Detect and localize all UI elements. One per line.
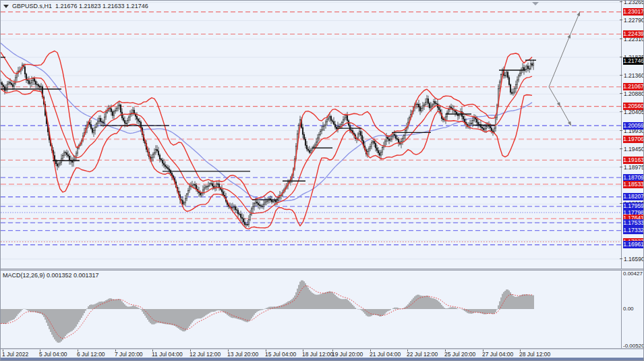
candle-body [90,125,92,129]
scroll-position-marker-icon[interactable] [532,2,539,5]
candle-body [77,148,78,153]
candle-body [495,117,496,128]
candle-body [183,203,185,204]
candle-body [232,207,233,208]
candle-body [94,127,96,130]
price-tick-mark [620,38,622,39]
candle-body [212,184,213,186]
candle-body [113,112,115,116]
main-chart-canvas[interactable] [1,1,621,269]
candle-body [105,113,107,117]
candle-body [8,82,9,84]
candle-body [66,152,67,155]
projection-arrow-line[interactable] [549,34,570,87]
candle-body [445,117,446,119]
candle-body [318,134,320,138]
candle-body [35,82,36,84]
candle-body [464,119,465,122]
candle-body [374,142,375,144]
time-tick-mark [78,350,78,352]
candle-body [421,108,422,111]
candle-body [58,164,59,166]
candle-body [260,206,262,206]
candle-body [196,186,197,190]
candle-body [472,121,473,123]
time-tick-label: 6 Jul 12:00 [77,351,105,358]
candle-body [517,80,518,84]
time-tick-mark [152,350,153,352]
price-tick-label: 1.22790 [624,17,644,24]
candle-body [100,118,101,121]
candle-body [274,200,275,201]
price-tick-mark [620,258,622,259]
candle-body [103,122,104,123]
candle-body [494,128,495,132]
candle-body [255,202,256,204]
candle-body [375,144,376,148]
candle-body [31,80,32,83]
candle-body [275,200,276,202]
candle-body [221,190,223,192]
candle-body [34,79,35,82]
price-tick-mark [620,75,622,76]
candle-body [12,84,13,86]
candle-body [192,186,193,186]
candle-body [116,109,117,111]
candle-body [317,138,318,142]
level-price-badge: 1.20560 [623,103,644,110]
candle-body [248,220,250,225]
candle-body [345,116,347,118]
candle-body [28,81,30,84]
panel-splitter[interactable] [1,269,644,271]
candle-body [254,204,255,207]
macd-indicator-canvas[interactable] [1,271,621,348]
candle-body [326,119,328,122]
candle-body [325,122,326,126]
level-price-badge: 1.23017 [623,8,644,16]
candle-body [527,66,529,69]
time-axis[interactable]: 1 Jul 20225 Jul 04:006 Jul 12:007 Jul 20… [1,350,644,358]
candle-body [422,106,423,109]
price-axis[interactable]: 1.232651.227901.223101.218351.213601.208… [621,1,644,350]
candle-body [371,142,372,146]
level-price-badge: 1.18207 [623,193,644,200]
macd-indicator-label: MACD(12,26,9) 0.001352 0.001317 [3,272,99,279]
candle-body [264,202,266,204]
candle-body [9,82,11,83]
candle-body [13,84,15,87]
candle-body [417,104,418,105]
candle-body [1,83,1,84]
candle-body [151,157,152,159]
price-tick-label: 1.18975 [624,164,644,171]
price-tick-mark [620,1,622,2]
candle-body [32,79,34,81]
time-tick-mark [445,350,446,352]
price-tick-mark [620,111,622,112]
candle-body [244,222,245,225]
candle-body [471,123,472,124]
price-tick-mark [620,130,622,131]
candle-body [160,159,162,160]
candle-body [250,214,251,219]
candle-body [193,184,194,186]
candle-body [531,64,533,65]
time-tick-mark [370,350,371,352]
candle-body [476,119,477,123]
time-tick-mark [332,350,333,352]
candle-body [530,64,531,70]
candle-body [209,184,210,186]
candle-body [7,84,8,88]
chart-dropdown-icon[interactable] [3,5,9,8]
candle-body [436,103,437,104]
candle-body [448,110,449,113]
candle-body [438,107,440,110]
candle-body [324,126,325,127]
candle-body [426,99,428,102]
candle-body [434,102,436,104]
candle-body [372,142,374,143]
candle-body [316,142,317,145]
time-tick-label: 5 Jul 04:00 [39,351,67,358]
time-tick-label: 25 Jul 20:00 [444,351,475,358]
candle-body [278,198,279,198]
candle-body [216,184,217,186]
